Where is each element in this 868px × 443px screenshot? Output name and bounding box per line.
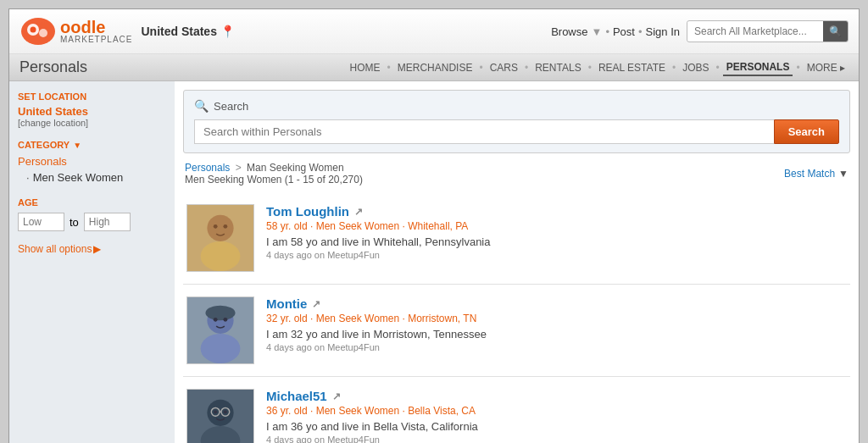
content-search-button[interactable]: Search <box>774 119 839 144</box>
listing-desc-3: I am 36 yo and live in Bella Vista, Cali… <box>266 420 847 433</box>
listing-sub-2: 32 yr. old · Men Seek Women · Morristown… <box>266 313 847 324</box>
svg-point-2 <box>31 27 36 33</box>
location-name: United States <box>141 25 216 38</box>
nav-more[interactable]: MORE ▸ <box>804 60 849 75</box>
listing-sub-1: 58 yr. old · Men Seek Women · Whitehall,… <box>266 220 847 232</box>
breadcrumb-current: Man Seeking Women <box>247 162 344 174</box>
breadcrumb-area: Personals > Man Seeking Women Men Seekin… <box>185 162 363 186</box>
logo-text: oodle marketplace <box>60 19 132 44</box>
nav-merchandise[interactable]: MERCHANDISE <box>394 60 476 75</box>
location-display: United States 📍 <box>141 25 234 38</box>
listing-name-2: Montie ↗ <box>266 296 847 311</box>
set-location-section: SET LOCATION United States [change locat… <box>18 91 166 128</box>
breadcrumb-chevron: > <box>236 162 244 174</box>
svg-point-21 <box>214 410 217 413</box>
svg-point-5 <box>207 215 233 241</box>
svg-rect-12 <box>205 306 235 321</box>
nav-rentals[interactable]: RENTALS <box>531 60 584 75</box>
header-search-box: 🔍 <box>687 20 849 42</box>
sub-nav: Personals HOME • MERCHANDISE • CARS • RE… <box>9 54 859 81</box>
logo-marketplace-text: marketplace <box>60 36 132 44</box>
listing-link-1[interactable]: Tom Loughlin <box>266 204 349 219</box>
category-label: CATEGORY ▼ <box>18 140 166 150</box>
listing-desc-2: I am 32 yo and live in Morristown, Tenne… <box>266 328 847 341</box>
breadcrumb: Personals > Man Seeking Women <box>185 162 363 174</box>
nav-sep-2: • <box>638 25 643 38</box>
header: oodle marketplace United States 📍 Browse… <box>9 9 859 54</box>
age-low-input[interactable] <box>18 213 64 231</box>
external-link-icon-1: ↗ <box>354 206 363 218</box>
listing-meta-3: 4 days ago on Meetup4Fun <box>266 435 847 443</box>
listing-link-2[interactable]: Montie <box>266 296 307 311</box>
bullet-icon: · <box>26 171 30 184</box>
listing-meta-1: 4 days ago on Meetup4Fun <box>266 250 847 260</box>
svg-point-3 <box>39 29 47 37</box>
search-icon: 🔍 <box>194 99 209 113</box>
main-content: SET LOCATION United States [change locat… <box>9 81 859 443</box>
sort-label[interactable]: Best Match <box>784 168 835 180</box>
category-arrow-icon: ▼ <box>73 141 81 150</box>
browse-link[interactable]: Browse <box>551 25 587 38</box>
external-link-icon-2: ↗ <box>312 298 320 310</box>
breadcrumb-personals[interactable]: Personals <box>185 162 230 174</box>
listing-item: Tom Loughlin ↗ 58 yr. old · Men Seek Wom… <box>183 192 850 285</box>
logo-oodle-text: oodle <box>60 19 132 36</box>
result-count: Men Seeking Women (1 - 15 of 20,270) <box>185 174 363 186</box>
age-to-label: to <box>70 216 79 229</box>
svg-point-14 <box>223 318 227 322</box>
listing-thumbnail-1 <box>186 204 254 272</box>
sidebar: SET LOCATION United States [change locat… <box>9 81 175 443</box>
svg-point-13 <box>214 318 218 322</box>
header-right: Browse ▼ • Post • Sign In 🔍 <box>551 20 849 42</box>
svg-point-6 <box>201 241 241 271</box>
content-search-row: Search <box>194 119 839 144</box>
show-all-arrow-icon: ▶ <box>93 243 101 255</box>
set-location-label: SET LOCATION <box>18 91 166 102</box>
listing-thumbnail-3 <box>186 389 254 443</box>
listing-info-1: Tom Loughlin ↗ 58 yr. old · Men Seek Wom… <box>266 204 847 260</box>
age-section: AGE to <box>18 197 166 231</box>
listing-thumbnail-2 <box>186 296 254 364</box>
listings-container: Tom Loughlin ↗ 58 yr. old · Men Seek Wom… <box>183 192 850 443</box>
content-search-title: 🔍 Search <box>194 99 839 113</box>
svg-point-22 <box>224 410 227 413</box>
sign-in-link[interactable]: Sign In <box>646 25 680 38</box>
sidebar-location-name: United States <box>18 105 166 118</box>
listing-sub-3: 36 yr. old · Men Seek Women · Bella Vist… <box>266 405 847 417</box>
category-personals[interactable]: Personals <box>18 153 166 169</box>
top-nav: HOME • MERCHANDISE • CARS • RENTALS • RE… <box>347 59 849 76</box>
listing-item: Montie ↗ 32 yr. old · Men Seek Women · M… <box>183 285 850 377</box>
listing-name-1: Tom Loughlin ↗ <box>266 204 847 219</box>
category-sub-men-seek-women: · Men Seek Women <box>18 169 166 186</box>
show-all-options-link[interactable]: Show all options ▶ <box>18 243 166 255</box>
age-high-input[interactable] <box>84 213 131 231</box>
sidebar-change-location[interactable]: [change location] <box>18 118 166 128</box>
header-nav: Browse ▼ • Post • Sign In <box>551 25 680 38</box>
post-link[interactable]: Post <box>613 25 635 38</box>
page-wrapper: oodle marketplace United States 📍 Browse… <box>8 8 860 443</box>
page-title: Personals <box>19 58 347 76</box>
content-search-input[interactable] <box>194 119 774 144</box>
listing-link-3[interactable]: Michael51 <box>266 389 327 403</box>
nav-cars[interactable]: CARS <box>487 60 521 75</box>
svg-point-11 <box>201 334 241 363</box>
header-search-button[interactable]: 🔍 <box>823 21 848 42</box>
listing-name-3: Michael51 ↗ <box>266 389 847 403</box>
svg-point-8 <box>223 224 227 229</box>
content-panel: 🔍 Search Search Personals > Man Seeking … <box>175 81 859 443</box>
nav-real-estate[interactable]: REAL ESTATE <box>595 60 669 75</box>
sort-chevron-icon: ▼ <box>838 168 849 180</box>
pin-icon: 📍 <box>220 25 235 38</box>
logo-area: oodle marketplace <box>19 16 132 47</box>
nav-dot-1: ▼ <box>592 25 603 38</box>
listing-info-2: Montie ↗ 32 yr. old · Men Seek Women · M… <box>266 296 847 352</box>
header-search-input[interactable] <box>687 22 823 41</box>
nav-personals[interactable]: PERSONALS <box>723 59 793 76</box>
listing-info-3: Michael51 ↗ 36 yr. old · Men Seek Women … <box>266 389 847 443</box>
listing-item: Michael51 ↗ 36 yr. old · Men Seek Women … <box>183 377 850 443</box>
nav-jobs[interactable]: JOBS <box>679 60 712 75</box>
header-left: oodle marketplace United States 📍 <box>19 16 235 47</box>
category-section: CATEGORY ▼ Personals · Men Seek Women <box>18 140 166 186</box>
nav-sep-1: • <box>605 25 609 38</box>
nav-home[interactable]: HOME <box>347 60 384 75</box>
